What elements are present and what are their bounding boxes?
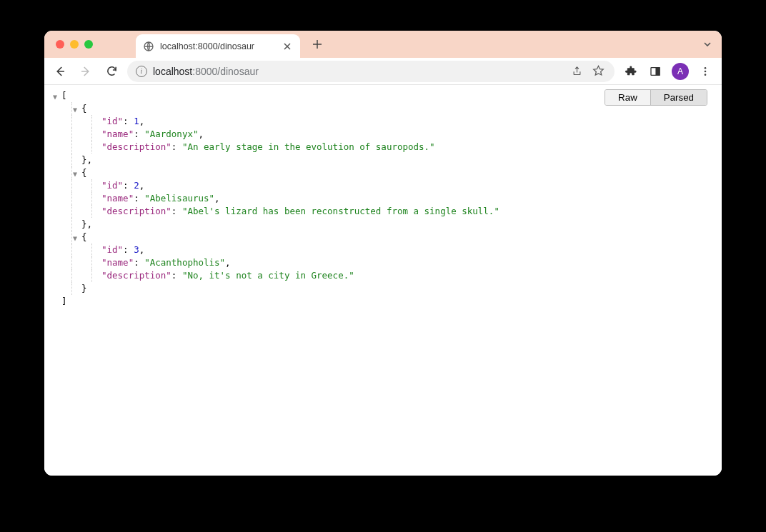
json-line: "description": "No, it's not a city in G… bbox=[47, 269, 719, 282]
reload-button[interactable] bbox=[101, 61, 121, 81]
json-viewer[interactable]: ▼[▼{"id": 1,"name": "Aardonyx","descript… bbox=[44, 85, 722, 312]
tab-close-button[interactable] bbox=[282, 41, 293, 52]
tab-title: localhost:8000/dinosaur bbox=[160, 41, 276, 51]
share-icon[interactable] bbox=[569, 64, 585, 79]
window-zoom-button[interactable] bbox=[84, 40, 93, 49]
new-tab-button[interactable] bbox=[307, 34, 327, 54]
json-line: "name": "Acanthopholis", bbox=[47, 256, 719, 269]
menu-icon[interactable] bbox=[697, 64, 713, 79]
content-area: Raw Parsed ▼[▼{"id": 1,"name": "Aardonyx… bbox=[44, 85, 722, 476]
globe-icon bbox=[143, 41, 154, 52]
svg-rect-2 bbox=[656, 67, 660, 75]
svg-point-3 bbox=[705, 67, 707, 69]
browser-tab[interactable]: localhost:8000/dinosaur bbox=[136, 34, 300, 58]
url-text: localhost:8000/dinosaur bbox=[153, 66, 259, 77]
window-controls bbox=[702, 31, 713, 58]
side-panel-icon[interactable] bbox=[647, 64, 663, 79]
profile-avatar[interactable]: A bbox=[672, 63, 689, 80]
url-bar[interactable]: i localhost:8000/dinosaur bbox=[127, 61, 615, 82]
window-minimize-button[interactable] bbox=[70, 40, 79, 49]
toolbar: i localhost:8000/dinosaur A bbox=[44, 58, 722, 85]
json-line: ▼[ bbox=[47, 89, 719, 102]
json-line: "name": "Aardonyx", bbox=[47, 128, 719, 141]
json-line: "name": "Abelisaurus", bbox=[47, 192, 719, 205]
titlebar: localhost:8000/dinosaur bbox=[44, 31, 722, 58]
svg-point-4 bbox=[705, 70, 707, 72]
json-line: ] bbox=[47, 295, 719, 308]
traffic-lights bbox=[44, 40, 93, 49]
json-line: ▼{ bbox=[47, 102, 719, 115]
site-info-icon[interactable]: i bbox=[136, 66, 147, 77]
extensions-icon[interactable] bbox=[623, 64, 639, 79]
json-line: } bbox=[47, 282, 719, 295]
json-line: "description": "Abel's lizard has been r… bbox=[47, 205, 719, 218]
json-line: }, bbox=[47, 154, 719, 166]
json-line: "id": 1, bbox=[47, 115, 719, 128]
toolbar-right: A bbox=[620, 63, 716, 80]
json-line: ▼{ bbox=[47, 231, 719, 244]
forward-button[interactable] bbox=[76, 61, 96, 81]
window-close-button[interactable] bbox=[56, 40, 64, 49]
back-button[interactable] bbox=[50, 61, 70, 81]
svg-point-5 bbox=[705, 74, 707, 76]
chevron-down-icon[interactable] bbox=[702, 39, 713, 50]
json-line: ▼{ bbox=[47, 166, 719, 179]
json-line: "description": "An early stage in the ev… bbox=[47, 141, 719, 154]
bookmark-star-icon[interactable] bbox=[590, 64, 606, 79]
json-line: }, bbox=[47, 218, 719, 231]
json-line: "id": 2, bbox=[47, 179, 719, 192]
browser-window: localhost:8000/dinosaur i localhost:8000… bbox=[44, 31, 722, 476]
json-line: "id": 3, bbox=[47, 244, 719, 256]
